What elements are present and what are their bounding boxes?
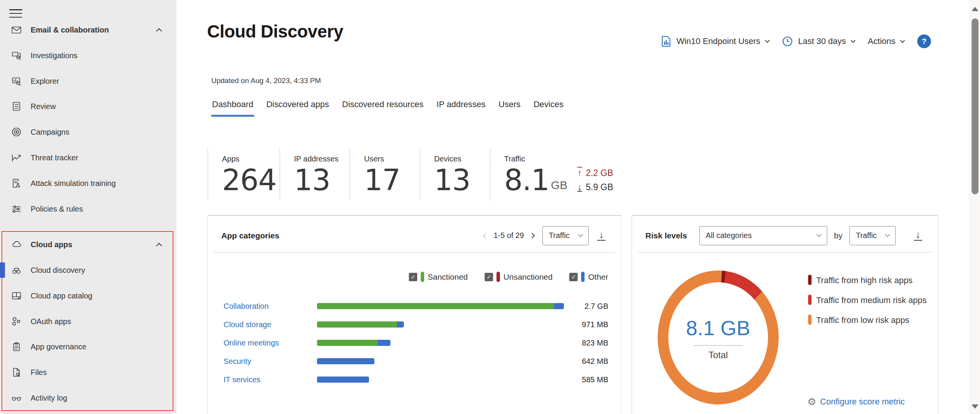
download-arrow-icon: ↓ [577, 183, 582, 192]
files-icon [11, 367, 22, 378]
app-governance-icon [11, 341, 22, 352]
sidebar-item-label: Policies & rules [31, 205, 83, 214]
tab-users[interactable]: Users [498, 98, 521, 117]
bar [317, 303, 564, 309]
sidebar-item-threat-tracker[interactable]: Threat tracker [0, 145, 176, 170]
bar-category-link[interactable]: Online meetings [208, 339, 317, 347]
last-updated-text: Updated on Aug 4, 2023, 4:33 PM [211, 77, 321, 85]
legend-other: ✓ Other [569, 272, 608, 282]
sort-by-traffic-dropdown[interactable]: Traffic [542, 226, 589, 245]
chevron-left-icon[interactable] [483, 233, 488, 238]
chevron-down-icon [885, 232, 890, 237]
scroll-down-arrow-icon[interactable] [972, 404, 978, 409]
checkbox-checked-icon[interactable]: ✓ [409, 273, 417, 281]
legend-label: Traffic from medium risk apps [816, 295, 927, 305]
actions-menu[interactable]: Actions [868, 36, 904, 46]
mail-icon [11, 24, 22, 36]
sidebar-item-activity-log[interactable]: Activity log [0, 385, 176, 411]
help-button[interactable]: ? [917, 34, 931, 48]
chevron-right-icon[interactable] [529, 233, 534, 238]
bar-segment [317, 358, 374, 364]
category-filter-label: All categories [706, 231, 752, 240]
app-catalog-icon [11, 290, 22, 302]
stat-label: IP addresses [294, 155, 350, 163]
pagination-label: 1-5 of 29 [494, 231, 524, 240]
sidebar-item-email-collaboration[interactable]: Email & collaboration [0, 17, 176, 42]
sidebar-item-cloud-discovery[interactable]: Cloud discovery [0, 258, 176, 283]
stat-devices: Devices 13 [420, 149, 490, 200]
total-traffic-value: 8.1 GB [668, 316, 768, 340]
sidebar-item-cloud-apps[interactable]: Cloud apps [0, 232, 176, 257]
legend-label: Unsanctioned [503, 272, 552, 282]
bar [317, 358, 564, 364]
downloaded-value: 5.9 GB [586, 182, 613, 192]
sidebar-item-investigations[interactable]: Investigations [0, 43, 176, 68]
binoculars-icon [11, 264, 22, 276]
checkbox-checked-icon[interactable]: ✓ [569, 273, 578, 281]
page-title: Cloud Discovery [207, 21, 343, 42]
sort-by-traffic-dropdown[interactable]: Traffic [849, 226, 896, 245]
legend-label: Traffic from low risk apps [816, 315, 909, 325]
sidebar-item-files[interactable]: Files [0, 360, 176, 385]
bar-value: 823 MB [564, 339, 621, 347]
sidebar-item-attack-simulation-training[interactable]: Attack simulation training [0, 171, 176, 196]
risk-levels-header: Risk levels All categories by Traffic ↓ [632, 216, 938, 252]
bar-value: 971 MB [564, 320, 621, 329]
time-range-selector[interactable]: Last 30 days [782, 36, 855, 47]
bar-chart-row: Online meetings823 MB [208, 334, 621, 352]
sidebar-item-label: OAuth apps [31, 317, 71, 326]
sidebar-item-review[interactable]: Review [0, 94, 176, 119]
stat-ip-addresses: IP addresses 13 [279, 149, 350, 200]
sidebar-item-cloud-app-catalog[interactable]: Cloud app catalog [0, 283, 176, 308]
bar-segment [317, 377, 369, 383]
legend-label: Traffic from high risk apps [816, 275, 913, 285]
sort-label: Traffic [856, 231, 877, 240]
bar-category-link[interactable]: Collaboration [208, 302, 317, 311]
legend-high-risk: Traffic from high risk apps [808, 271, 931, 290]
stat-unit: GB [551, 179, 567, 196]
sidebar-item-label: Attack simulation training [31, 179, 116, 188]
stream-selector[interactable]: Win10 Endpoint Users [661, 36, 769, 47]
sidebar-item-label: Explorer [31, 77, 59, 86]
tab-devices[interactable]: Devices [533, 98, 564, 117]
chevron-down-icon [851, 38, 856, 43]
tab-discovered-apps[interactable]: Discovered apps [266, 98, 330, 117]
sidebar-item-label: Review [31, 102, 56, 111]
bar-category-link[interactable]: Cloud storage [208, 320, 317, 329]
sidebar-item-app-governance[interactable]: App governance [0, 334, 176, 359]
category-filter-dropdown[interactable]: All categories [699, 226, 827, 245]
actions-label: Actions [868, 36, 895, 46]
scroll-up-arrow-icon[interactable] [972, 7, 978, 11]
donut-legend: Traffic from high risk apps Traffic from… [808, 271, 931, 331]
hamburger-menu-icon[interactable] [9, 9, 22, 18]
scrollbar-thumb[interactable] [972, 18, 978, 194]
download-button[interactable]: ↓ [914, 230, 922, 241]
bar-category-link[interactable]: IT services [208, 375, 317, 384]
sidebar-item-campaigns[interactable]: Campaigns [0, 119, 176, 145]
bar-category-link[interactable]: Security [208, 357, 317, 366]
configure-score-metric[interactable]: ⚙ Configure score metric [807, 397, 905, 407]
pagination: 1-5 of 29 [484, 231, 534, 240]
sidebar-item-label: Investigations [31, 51, 77, 60]
checkbox-checked-icon[interactable]: ✓ [485, 273, 493, 281]
bar-value: 642 MB [564, 357, 621, 366]
bar-segment [317, 321, 397, 328]
tab-dashboard[interactable]: Dashboard [211, 98, 254, 117]
sidebar-item-policies-rules[interactable]: Policies & rules [0, 196, 176, 222]
bar-segment [317, 303, 554, 309]
risk-levels-card: Risk levels All categories by Traffic ↓ … [632, 215, 938, 414]
sidebar-item-label: Cloud apps [31, 240, 72, 249]
uploaded-value: 2.2 GB [586, 168, 613, 178]
sidebar: Email & collaboration Investigations Exp… [0, 0, 176, 414]
download-button[interactable]: ↓ [597, 230, 606, 241]
card-title: Risk levels [645, 231, 687, 240]
stat-value: 13 [434, 164, 490, 196]
bar-segment [397, 321, 404, 328]
tab-ip-addresses[interactable]: IP addresses [436, 98, 486, 117]
sidebar-item-explorer[interactable]: Explorer [0, 68, 176, 94]
sidebar-item-oauth-apps[interactable]: OAuth apps [0, 309, 176, 334]
clock-icon [782, 36, 793, 47]
sidebar-item-label: Files [31, 368, 47, 377]
chevron-up-icon [156, 243, 162, 249]
tab-discovered-resources[interactable]: Discovered resources [341, 98, 425, 117]
